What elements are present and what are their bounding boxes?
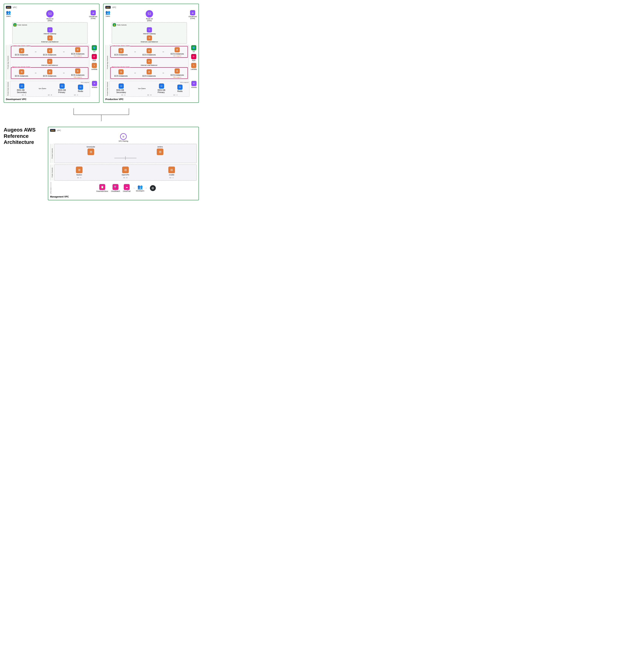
dev-sqs-icon: ⚙ [92, 54, 97, 59]
prod-be-ecs2-label: ECS instances [143, 75, 156, 77]
dev-vpc-label: VPC [13, 6, 17, 8]
prod-right-services: 🪣 S3 ⚙ SQS λ Lambda [190, 45, 197, 80]
prod-elb-row: ⚙ External Load Balancer [113, 35, 186, 43]
dev-redis-col: ⛁ Redis [78, 85, 83, 92]
mgmt-paramstore-label: ParameterStore [96, 190, 108, 192]
dev-right-services: 🪣 S3 ⚙ SQS λ Lambda [90, 45, 97, 80]
dev-be-ecs2-icon: ⊞ [47, 69, 52, 75]
dev-s3-icon: 🪣 [92, 45, 97, 50]
prod-public-header: 🔒 Public Subnets [113, 23, 186, 27]
mgmt-private-subnet: SonarQube ⊞ Jenkins ⊞ [54, 144, 197, 163]
prod-route53-group: 53 Route 53(DNS) [146, 10, 153, 22]
dev-private-data-label: Private Data Subnets [6, 81, 9, 97]
prod-sync-col: → Sync Replica ← [138, 87, 146, 90]
mgmt-private-content: SonarQube ⊞ Jenkins ⊞ [56, 146, 195, 155]
prod-lambda-icon: λ [191, 63, 196, 68]
page-title: Augeos AWS Reference Architecture [4, 127, 44, 145]
dev-lambda-group: λ Lambda [91, 63, 97, 70]
prod-rds-pri-label: RDS DBPrimary [158, 89, 165, 93]
prod-elb-group: ⚙ External Load Balancer [141, 35, 158, 43]
prod-users-group: 👥 Users [105, 10, 110, 17]
mgmt-sonarqube-icon: ⊞ [87, 148, 94, 155]
prod-ilb-icon: ⚙ [147, 59, 152, 64]
dev-be-ecs3-icon: ⊞ [75, 69, 80, 74]
dev-fe-ecs1-label: ECS instances [15, 54, 28, 56]
dev-top-services: 👥 Users 53 Route 53(DNS) 🔒 Publ [6, 10, 97, 44]
dev-data-row: ⛁ RDS DBSecondary → Sync Replica ← ⛁ RDS… [11, 83, 89, 93]
prod-igw-row: ⊙ Internet Gateway [113, 27, 186, 35]
dev-private-data-subnet: RDS snapshot ⛁ RDS DBSecondary → Sync Re… [10, 81, 90, 97]
mgmt-cloudwatch-label: CloudWatch [111, 190, 120, 192]
prod-sync-arrow2: ← [141, 89, 143, 90]
prod-be-col3: ⊞ ECS instances EBS snapshot [171, 69, 184, 78]
prod-redis-label: Redis [177, 90, 183, 92]
prod-fe-ebs: EBS snapshot [173, 55, 181, 57]
dev-users-icon: 👥 [6, 10, 11, 15]
dev-ilb-icon: ⚙ [47, 59, 52, 64]
prod-sqs-group: ⚙ SQS [191, 54, 196, 61]
prod-kinesis-label: Kinesis [191, 86, 197, 88]
management-vpc: aws VPC ⊕ VPC Peering Private Subnets So… [48, 127, 199, 200]
dev-fe-ecs2-label: ECS instances [43, 54, 56, 56]
dev-cloudfront-label: CloudFront(CDN) [89, 16, 97, 19]
production-vpc: aws VPC 👥 Users 53 Route 53(DNS) [103, 4, 199, 103]
dev-fe-arrow2: ⇔ [63, 51, 65, 53]
prod-cloudfront-icon: ☁ [190, 10, 195, 15]
dev-be-arrow1: ⇔ [35, 72, 36, 74]
prod-rds-pri-col: ⛁ RDS DBPrimary [158, 83, 165, 93]
mgmt-private-svg [107, 156, 144, 160]
prod-fe-col1: ⊞ ECS instances [114, 48, 128, 56]
dev-sync-col: → Sync Replica ← [39, 87, 46, 90]
dev-private-data-area: Private Data Subnets RDS snapshot ⛁ RDS … [6, 81, 97, 97]
prod-az-labels: AZ - A AZ - B AZ - C [110, 94, 189, 96]
mgmt-developers-label: Developers [136, 190, 144, 192]
dev-vpc-header: aws VPC [6, 6, 97, 9]
mgmt-az-c: AZ - C [169, 177, 174, 179]
prod-s3-label: S3 [193, 51, 195, 53]
mgmt-sonarqube-section: SonarQube ⊞ [56, 146, 125, 155]
dev-s3-label: S3 [93, 51, 95, 53]
dev-private-app-subnet: Frontend Apps (Docker Cluster) ⊞ ECS ins… [10, 45, 89, 80]
dev-users-label: Users [6, 15, 11, 17]
dev-fe-ecs3-wrapper: ⊞ [75, 47, 80, 52]
prod-fe-ecs3-label: ECS instances [171, 53, 184, 55]
dev-igw-icon: ⊙ [47, 27, 53, 32]
mgmt-bastion-label: Bastion [77, 174, 82, 176]
mgmt-developers-area: ← 👥 Developers → [133, 184, 147, 192]
prod-users-label: Users [106, 15, 110, 17]
mgmt-github-group: ⊛ [150, 185, 156, 191]
prod-private-data-label: Private Data Subnets [105, 81, 109, 97]
mgmt-cloudtrail-group: ☁ CloudTrail [123, 184, 131, 192]
prod-public-label: Public Subnets [117, 24, 127, 26]
prod-data-row: ⛁ RDS DBSecondary → Sync Replica ← ⛁ RDS… [110, 83, 189, 93]
prod-fe-ecs2-label: ECS instances [143, 54, 156, 56]
prod-fe-ecs3: ⊞ [175, 47, 180, 52]
prod-redis-col: ⛁ Redis [177, 85, 183, 92]
main-container: aws VPC 👥 Users 53 Route 53(DNS) [4, 4, 199, 200]
prod-frontend-cluster-label: Frontend Apps (Docker Cluster) [111, 45, 130, 46]
dev-sync-arrow2: ← [42, 89, 43, 90]
prod-top-services: 👥 Users 53 Route 53(DNS) 🔒 Public Subnet… [105, 10, 197, 44]
prod-fe-col2: ⊞ ECS instances [143, 48, 156, 56]
mgmt-jenkins-section: Jenkins ⊞ [125, 146, 195, 155]
bottom-section: Augeos AWS Reference Architecture aws VP… [4, 127, 199, 200]
dev-fe-ecs1-icon: ⊞ [19, 48, 24, 53]
prod-s3-group: 🪣 S3 [191, 45, 196, 53]
prod-private-data-subnet: RDS snapshot ⛁ RDS DBSecondary → Sync Re… [109, 81, 190, 97]
dev-be-arrow2: ⇔ [63, 72, 65, 74]
dev-lambda-label: Lambda [91, 69, 97, 70]
dev-frontend-cluster-label: Frontend Apps (Docker Cluster) [12, 45, 31, 46]
dev-private-app-label: Private App Subnets [6, 45, 9, 80]
dev-aws-badge: aws [6, 6, 11, 9]
prod-kinesis-group: ≋ Kinesis [191, 81, 197, 88]
dev-elb-row: ⚙ External Load Balancer [13, 35, 87, 43]
prod-elb-label: External Load Balancer [141, 41, 158, 43]
mgmt-developers-icon: 👥 [137, 184, 143, 190]
prod-rds-sec-icon: ⛁ [119, 83, 124, 89]
mgmt-right-arrow: → [145, 187, 147, 189]
dev-be-ecs1-icon: ⊞ [19, 69, 24, 75]
prod-ilb-group: ⚙ Internal Load Balancer [141, 59, 158, 66]
prod-backend-cluster: Backend Apps (Docker Cluster) ⊞ ECS inst… [110, 67, 188, 79]
prod-cloudfront-group: ☁ CloudFront(CDN) [188, 10, 197, 19]
prod-fe-ecs2: ⊞ [147, 48, 152, 53]
